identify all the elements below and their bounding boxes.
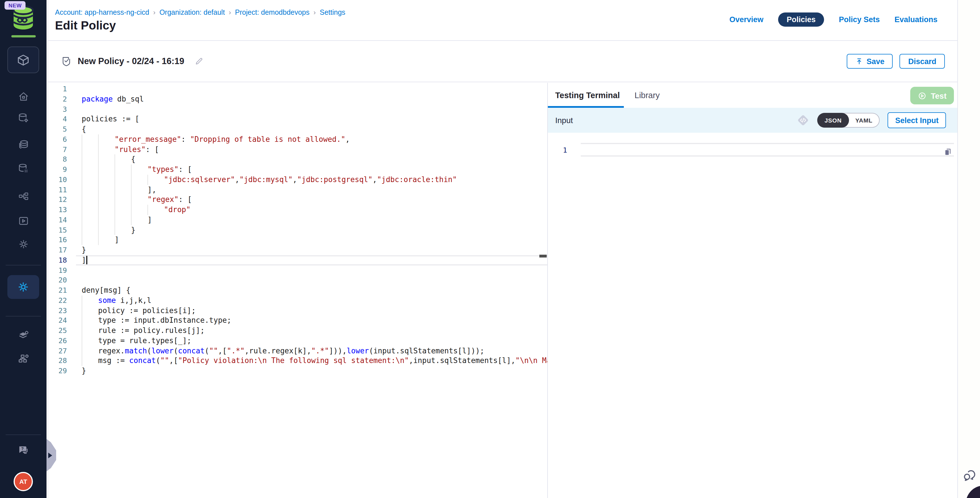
sidebar-item-module-selector[interactable] [7,46,39,73]
pencil-icon [194,57,204,66]
line-number: 28 [48,356,67,366]
code-line[interactable]: 17} [48,245,547,255]
breadcrumb-organization[interactable]: Organization: default [159,8,225,16]
toggle-json[interactable]: JSON [817,113,849,127]
policy-code-editor[interactable]: 12package db_sql34policies := [5{6"error… [48,83,548,498]
line-number: 24 [48,316,67,326]
code-line[interactable]: 22some i,j,k,l [48,296,547,306]
indent-guide [82,205,98,215]
nav-tab-policies[interactable]: Policies [778,13,824,27]
code-line[interactable]: 3 [48,104,547,114]
indent-guide [131,164,148,175]
nav-tab-overview[interactable]: Overview [729,13,764,27]
chat-support-button[interactable] [962,468,977,483]
test-button[interactable]: Test [910,87,954,104]
sidebar-item-database-instances[interactable] [0,162,46,175]
code-line[interactable]: 19 [48,265,547,275]
indent-guide [82,336,98,346]
shield-check-icon [61,56,72,67]
harness-policy-editor-app: NEW [0,0,980,498]
indent-guide [82,296,98,306]
code-line[interactable]: 23policy := policies[i]; [48,305,547,316]
sidebar-item-executions[interactable] [0,215,46,227]
input-line[interactable]: 1 [548,143,957,156]
code-line[interactable]: 7"rules": [ [48,144,547,154]
toggle-yaml[interactable]: YAML [848,113,879,127]
code-text: ], [82,185,156,195]
indent-guide [82,134,98,145]
code-line[interactable]: 9"types": [ [48,164,547,175]
tab-testing-terminal[interactable]: Testing Terminal [555,91,620,100]
sidebar-item-default-settings[interactable] [0,329,46,342]
edit-policy-name-button[interactable] [194,57,204,66]
sidebar-item-help[interactable]: ? [0,444,46,456]
code-line[interactable]: 14] [48,215,547,225]
sidebar-item-database-stack[interactable] [0,138,46,151]
test-panel-tabs: Testing Terminal Library Test [548,83,957,108]
breadcrumb-account[interactable]: Account: app-harness-ng-cicd [55,8,149,16]
database-settings-icon [17,112,30,124]
code-line[interactable]: 13"drop" [48,205,547,215]
indent-guide [115,154,131,165]
tab-library[interactable]: Library [635,91,660,100]
svg-text:?: ? [21,446,24,451]
code-text: msg := concat("",["Policy violation:\n T… [82,356,548,366]
org-settings-icon [17,352,30,365]
sidebar-item-settings[interactable] [0,238,46,250]
line-number: 14 [48,215,67,225]
code-line[interactable]: 29} [48,366,547,376]
code-line[interactable]: 20 [48,275,547,286]
code-line[interactable]: 21deny[msg] { [48,285,547,296]
code-text: } [82,245,86,255]
input-editor[interactable]: 1 [548,143,957,370]
policy-nav-tabs: OverviewPoliciesPolicy SetsEvaluations [729,13,937,27]
sidebar-item-database-settings[interactable] [0,112,46,124]
code-line[interactable]: 26type = rule.types[_]; [48,336,547,346]
code-line[interactable]: 1 [48,84,547,94]
code-line[interactable]: 8{ [48,154,547,165]
line-number: 22 [48,296,67,306]
indent-guide [98,205,115,215]
code-line[interactable]: 4policies := [ [48,114,547,124]
nav-tab-policy-sets[interactable]: Policy Sets [839,13,880,27]
line-number: 16 [48,235,67,245]
breadcrumb-settings[interactable]: Settings [320,8,345,16]
code-line[interactable]: 16] [48,235,547,245]
breadcrumb-separator: › [153,8,155,16]
select-input-button[interactable]: Select Input [888,112,946,128]
indent-guide [82,185,98,195]
sidebar-item-pipelines[interactable] [0,191,46,202]
breadcrumb-project[interactable]: Project: demodbdevops [235,8,310,16]
sidebar-item-project-settings-active[interactable] [7,275,39,299]
code-line[interactable]: 28msg := concat("",["Policy violation:\n… [48,356,547,366]
indent-guide [98,154,115,165]
gear-icon [17,238,29,250]
nav-tab-evaluations[interactable]: Evaluations [894,13,937,27]
code-line[interactable]: 15} [48,225,547,235]
code-line[interactable]: 12"regex": [ [48,195,547,205]
discard-button[interactable]: Discard [900,54,945,68]
code-text: ] [82,235,119,245]
format-toggle: JSON YAML [817,113,880,127]
copy-button[interactable] [943,147,953,156]
code-line[interactable]: 27regex.match(lower(concat("",[".*",rule… [48,346,547,356]
page-header: Account: app-harness-ng-cicd › Organizat… [48,0,957,40]
line-number: 17 [48,245,67,255]
code-line[interactable]: 11], [48,185,547,195]
input-current-line[interactable] [581,143,954,156]
code-line[interactable]: 5{ [48,124,547,134]
format-code-button[interactable] [796,113,810,127]
sidebar-item-home[interactable] [0,91,46,103]
code-text: policy := policies[i]; [82,305,196,316]
code-line[interactable]: 18] [48,255,547,266]
code-line[interactable]: 6"error_message": "Dropping of table is … [48,134,547,145]
sidebar-item-org-settings[interactable] [0,352,46,365]
save-button[interactable]: Save [847,54,893,68]
code-line[interactable]: 24type := input.dbInstance.type; [48,316,547,326]
user-avatar[interactable]: AT [14,472,33,491]
input-label: Input [555,116,573,125]
line-number: 1 [48,84,67,94]
code-line[interactable]: 10"jdbc:sqlserver","jdbc:mysql","jdbc:po… [48,175,547,185]
code-line[interactable]: 2package db_sql [48,94,547,104]
code-line[interactable]: 25rule := policy.rules[j]; [48,326,547,336]
